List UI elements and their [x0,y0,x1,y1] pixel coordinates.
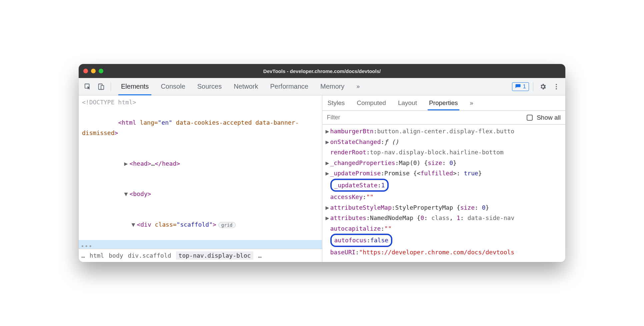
issues-button[interactable]: 1 [512,82,529,91]
window-controls [83,69,103,73]
gutter-ellipsis-icon: ••• [81,241,93,249]
sidebar-panel: Styles Computed Layout Properties » Show… [322,95,566,262]
devtools-window: DevTools - developer.chrome.com/docs/dev… [79,64,565,262]
tab-performance[interactable]: Performance [264,78,315,95]
breadcrumb-topnav[interactable]: top-nav.display-bloc [176,251,254,260]
elements-panel: <!DOCTYPE html> <html lang="en" data-coo… [79,95,322,262]
window-title: DevTools - developer.chrome.com/docs/dev… [79,68,565,74]
selected-node[interactable]: ••• ▶<top-nav class="display-block hairl… [79,240,322,249]
filter-input[interactable] [327,114,523,121]
prop-row-highlighted[interactable]: _updateState: 1 [322,179,566,192]
main-tabs: Elements Console Sources Network Perform… [115,78,366,95]
minimize-window-button[interactable] [91,69,96,73]
chevron-double-right-icon: » [356,83,360,90]
prop-row[interactable]: accessKey: "" [322,192,566,202]
tab-elements[interactable]: Elements [115,78,155,95]
prop-row[interactable]: baseURI: "https://developer.chrome.com/d… [322,247,566,258]
kebab-menu-icon[interactable] [551,81,562,92]
tab-memory[interactable]: Memory [314,78,350,95]
properties-list[interactable]: ▶hamburgerBtn: button.align-center.displ… [322,125,566,262]
main-toolbar: Elements Console Sources Network Perform… [79,78,565,95]
collapse-arrow-icon[interactable]: ▼ [131,220,137,230]
prop-row[interactable]: ▶attributeStyleMap: StylePropertyMap {si… [322,202,566,213]
dom-head[interactable]: ▶<head>…</head> [79,148,322,179]
more-tabs-button[interactable]: » [350,78,366,95]
expand-arrow-icon[interactable]: ▶ [326,168,330,179]
tab-styles[interactable]: Styles [326,96,346,110]
svg-point-4 [556,86,557,87]
dom-doctype[interactable]: <!DOCTYPE html> [79,97,322,108]
expand-arrow-icon[interactable]: ▶ [326,126,330,137]
grid-badge[interactable]: grid [218,222,236,228]
inspect-element-icon[interactable] [82,81,93,92]
prop-row[interactable]: ▶_updatePromise: Promise {<fulfilled>: t… [322,168,566,179]
more-sidebar-tabs[interactable]: » [469,96,475,110]
breadcrumb-overflow[interactable]: … [81,252,85,259]
breadcrumb-body[interactable]: body [109,252,123,259]
show-all-label: Show all [537,114,561,121]
dom-tree[interactable]: <!DOCTYPE html> <html lang="en" data-coo… [79,95,322,249]
maximize-window-button[interactable] [99,69,103,73]
prop-row-highlighted[interactable]: autofocus: false [322,234,566,247]
expand-arrow-icon[interactable]: ▶ [326,202,330,213]
expand-arrow-icon[interactable]: ▶ [326,213,330,223]
chevron-double-right-icon: » [470,100,473,106]
collapse-arrow-icon[interactable]: ▼ [124,189,129,199]
tab-network[interactable]: Network [228,78,264,95]
properties-filter-bar: Show all [322,111,566,125]
settings-icon[interactable] [537,81,549,92]
breadcrumb-scaffold[interactable]: div.scaffold [128,252,171,259]
dom-html-open[interactable]: <html lang="en" data-cookies-accepted da… [79,108,322,148]
breadcrumb-bar: … html body div.scaffold top-nav.display… [79,249,322,262]
svg-rect-2 [101,85,104,89]
dom-scaffold[interactable]: ▼<div class="scaffold">grid [79,210,322,240]
sidebar-tabs: Styles Computed Layout Properties » [322,95,566,111]
issues-count: 1 [523,83,526,90]
svg-point-5 [556,88,557,89]
expand-arrow-icon[interactable]: ▶ [124,159,129,169]
prop-row[interactable]: autocapitalize: "" [322,223,566,234]
close-window-button[interactable] [83,69,88,73]
breadcrumb-overflow-right[interactable]: … [258,252,262,259]
prop-row[interactable]: renderRoot: top-nav.display-block.hairli… [322,147,566,158]
show-all-checkbox[interactable] [527,115,533,121]
toolbar-separator [533,82,533,91]
expand-arrow-icon[interactable]: ▶ [326,158,330,168]
prop-row[interactable]: ▶hamburgerBtn: button.align-center.displ… [322,126,566,137]
prop-row[interactable]: ▶onStateChanged: ƒ () [322,137,566,147]
breadcrumb-html[interactable]: html [90,252,104,259]
tab-properties[interactable]: Properties [428,96,459,110]
dom-body[interactable]: ▼<body> [79,179,322,210]
svg-point-3 [556,84,557,85]
prop-row[interactable]: ▶_changedProperties: Map(0) {size: 0} [322,158,566,168]
tab-computed[interactable]: Computed [355,96,387,110]
tab-sources[interactable]: Sources [191,78,228,95]
panels-split: <!DOCTYPE html> <html lang="en" data-coo… [79,95,565,262]
titlebar: DevTools - developer.chrome.com/docs/dev… [79,64,565,78]
prop-row[interactable]: ▶attributes: NamedNodeMap {0: class, 1: … [322,213,566,223]
toolbar-separator [111,82,111,91]
expand-arrow-icon[interactable]: ▶ [326,137,330,147]
tab-console[interactable]: Console [155,78,191,95]
tab-layout[interactable]: Layout [397,96,418,110]
device-toggle-icon[interactable] [95,81,107,92]
